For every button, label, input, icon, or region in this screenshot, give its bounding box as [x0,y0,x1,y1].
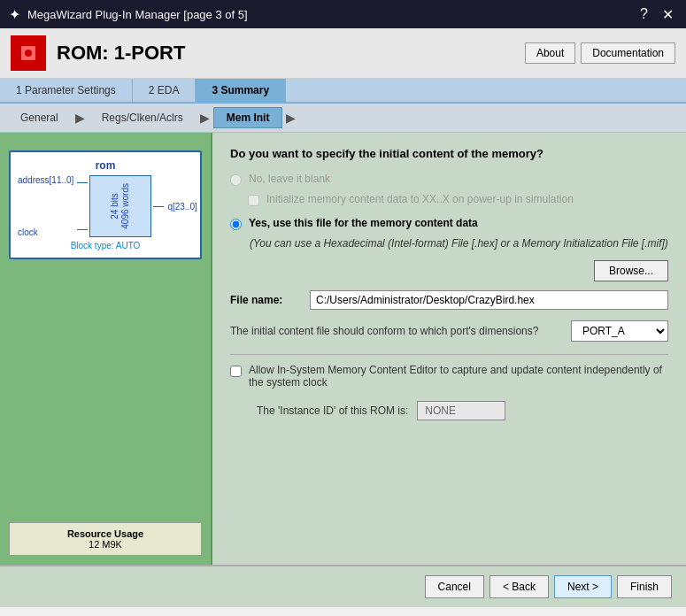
browse-button[interactable]: Browse... [594,260,668,281]
window-title: MegaWizard Plug-In Manager [page 3 of 5] [27,8,248,21]
header-title: ROM: 1-PORT [57,42,185,65]
radio-yes-item: Yes, use this file for the memory conten… [230,217,668,230]
subnav-arrow-2: ▶ [200,111,210,125]
subnav-mem-init[interactable]: Mem Init [213,107,283,128]
help-button[interactable]: ? [636,6,651,22]
rom-q-label: q[23..0] [164,175,197,237]
resource-usage-title: Resource Usage [19,528,192,539]
checkbox-init[interactable] [248,195,259,206]
title-bar-controls: ? ✕ [636,6,677,23]
title-bar: ✦ MegaWizard Plug-In Manager [page 3 of … [0,0,686,28]
documentation-button[interactable]: Documentation [581,42,675,64]
rom-diagram-title: rom [18,159,193,172]
radio-no[interactable] [230,174,242,186]
address-label: address[11..0] [18,175,73,185]
svg-point-2 [25,50,32,57]
right-panel: Do you want to specify the initial conte… [212,133,686,565]
checkbox-init-item: Initialize memory content data to XX..X … [248,193,668,206]
port-select[interactable]: PORT_A PORT_B [571,320,668,342]
next-button[interactable]: Next > [554,575,612,598]
instance-input[interactable] [417,401,505,420]
rom-diagram: rom address[11..0] clock [9,150,202,259]
rom-block: address[11..0] clock 24 bits 4096 wor [18,175,193,237]
rom-bits-label: 24 bits 4096 words [110,183,131,229]
allow-checkbox[interactable] [230,366,242,377]
rom-icon [11,35,46,71]
port-row: The initial content file should conform … [230,320,668,342]
tab-eda[interactable]: 2 EDA [133,79,197,102]
allow-checkbox-row: Allow In-System Memory Content Editor to… [230,364,668,389]
bottom-bar: Cancel < Back Next > Finish [0,565,686,607]
resource-usage-value: 12 M9K [19,539,192,550]
rom-block-type: Block type: AUTO [18,241,193,250]
left-panel: rom address[11..0] clock [0,133,212,565]
cancel-button[interactable]: Cancel [425,575,484,598]
rom-center-box: 24 bits 4096 words [89,175,151,237]
header-buttons: About Documentation [525,42,675,64]
tab-parameter-settings[interactable]: 1 Parameter Settings [0,79,133,102]
allow-label: Allow In-System Memory Content Editor to… [249,364,668,389]
browse-row: Browse... [230,260,668,281]
subnav-general[interactable]: General [7,107,72,128]
checkbox-init-label: Initialize memory content data to XX..X … [266,193,574,205]
main-content: rom address[11..0] clock [0,133,686,565]
separator [230,354,668,355]
file-name-input[interactable] [310,290,668,310]
port-label: The initial content file should conform … [230,325,571,337]
radio-yes[interactable] [230,219,242,230]
subnav-row: General ▶ Regs/Clken/Aclrs ▶ Mem Init ▶ [0,104,686,133]
app-icon: ✦ [9,6,20,23]
about-button[interactable]: About [525,42,575,64]
file-name-label: File name: [230,294,301,306]
back-button[interactable]: < Back [489,575,549,598]
main-question: Do you want to specify the initial conte… [230,147,668,160]
header: ROM: 1-PORT About Documentation [0,28,686,79]
instance-label: The 'Instance ID' of this ROM is: [257,404,408,417]
hex-info-text: (You can use a Hexadecimal (Intel-format… [250,237,668,250]
subnav-arrow-1: ▶ [75,111,85,125]
close-button[interactable]: ✕ [659,6,677,23]
file-name-row: File name: [230,290,668,310]
header-title-area: ROM: 1-PORT [11,35,185,71]
radio-no-item: No, leave it blank [230,173,668,186]
clock-label: clock [18,227,73,237]
hex-info-box: (You can use a Hexadecimal (Intel-format… [250,237,668,250]
radio-yes-label: Yes, use this file for the memory conten… [249,217,478,229]
tabs-row: 1 Parameter Settings 2 EDA 3 Summary [0,79,686,104]
subnav-regs[interactable]: Regs/Clken/Aclrs [89,107,197,128]
tab-summary[interactable]: 3 Summary [196,79,286,102]
rom-left-labels: address[11..0] clock [18,175,77,237]
instance-row: The 'Instance ID' of this ROM is: [230,401,668,420]
subnav-arrow-3: ▶ [286,111,296,125]
radio-no-label: No, leave it blank [249,173,330,185]
resource-usage: Resource Usage 12 M9K [9,522,202,556]
finish-button[interactable]: Finish [617,575,672,598]
